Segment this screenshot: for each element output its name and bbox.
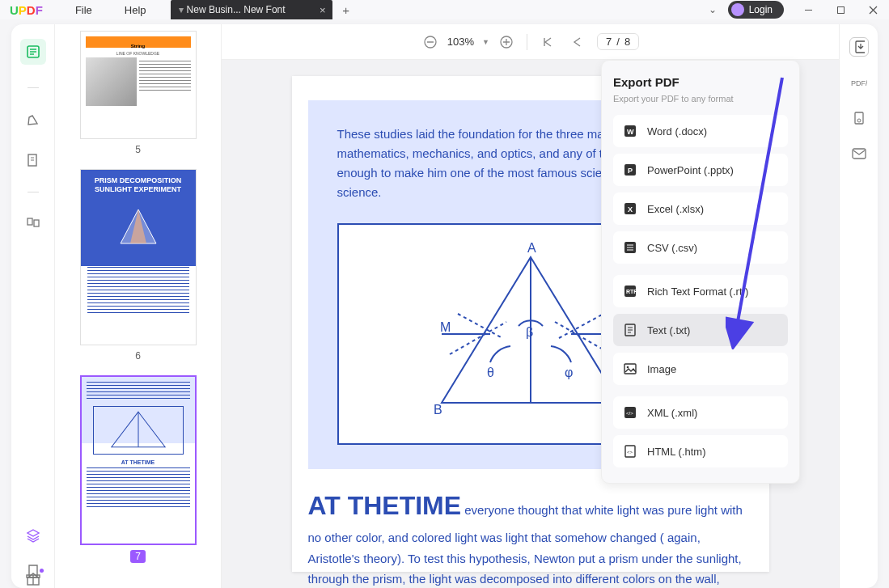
menu-file[interactable]: File [75,4,92,16]
rail-separator [28,192,39,192]
edit-tool-icon[interactable] [24,151,42,169]
thumb-number: 5 [135,144,141,155]
thumb6-title: PRISM DECOMPOSITION SUNLIGHT EXPERIMENT [87,176,189,194]
zoom-in-button[interactable] [497,33,515,51]
window-controls: ⌄ Login [697,0,889,19]
login-label: Login [749,4,773,15]
svg-rect-57 [624,364,636,374]
prev-page-button[interactable] [568,33,586,51]
svg-text:φ: φ [565,366,573,379]
svg-text:M: M [440,320,451,334]
svg-text:A: A [527,241,536,255]
thumbnail-panel: String LINE OF KNOWLEDGE 5 PRISM DECOMPO… [55,24,222,588]
export-label: Rich Text Format (.rtf) [647,286,748,298]
export-label: Image [647,363,676,375]
export-panel: Export PDF Export your PDF to any format… [601,60,800,484]
export-xml[interactable]: </> XML (.xml) [613,396,788,429]
svg-text:W: W [627,128,634,136]
page-current: 7 [606,36,612,48]
export-subtitle: Export your PDF to any format [613,94,788,104]
protect-icon[interactable] [849,108,869,128]
thumb-number: 6 [135,350,141,362]
export-label: XML (.xml) [647,407,697,419]
excel-icon: X [623,201,637,216]
tab-title: New Busin... New Font [187,4,286,15]
svg-point-67 [857,119,861,122]
thumb5-subtitle: LINE OF KNOWLEDGE [86,51,191,56]
zoom-value: 103% [447,36,474,48]
viewer-toolbar: 103% ▼ 7 / 8 [222,24,839,60]
zoom-dropdown-icon[interactable]: ▼ [482,38,489,46]
layers-icon[interactable] [24,527,42,544]
export-label: Text (.txt) [647,324,690,336]
svg-rect-12 [34,220,39,226]
export-excel[interactable]: X Excel (.xlsx) [613,192,788,225]
html-icon: <> [623,444,637,459]
tab-bar: ▾ New Busin... New Font × + [171,0,355,19]
section-heading: AT THETIME [308,491,462,520]
page-indicator[interactable]: 7 / 8 [597,33,639,50]
xml-icon: </> [623,405,637,420]
thumb-number: 7 [130,550,146,563]
export-rtf[interactable]: RTF Rich Text Format (.rtf) [613,275,788,307]
toolbar-separator [527,34,527,50]
login-button[interactable]: Login [728,1,784,19]
thumb-page-5[interactable]: String LINE OF KNOWLEDGE 5 [68,31,208,156]
rail-separator [28,87,39,88]
thumb7-heading: AT THETIME [87,459,190,465]
tab-chevron-icon: ▾ [179,4,184,15]
thumb-page-7[interactable]: AT THETIME 7 [68,375,208,563]
app-logo: UPDF [10,3,43,17]
title-bar: UPDF File Help ▾ New Busin... New Font ×… [0,0,889,19]
ppt-icon: P [623,163,637,177]
export-label: HTML (.htm) [647,446,705,458]
export-label: CSV (.csv) [647,242,697,254]
zoom-out-button[interactable] [421,33,439,51]
reader-mode-icon[interactable] [20,39,46,65]
organize-tool-icon[interactable] [24,215,42,233]
svg-line-29 [450,322,506,354]
word-icon: W [623,124,637,138]
first-page-button[interactable] [539,33,557,51]
tab-add-button[interactable]: + [337,1,355,19]
export-title: Export PDF [613,75,788,89]
export-html[interactable]: <> HTML (.htm) [613,435,788,467]
avatar-icon [731,3,744,16]
menu-help[interactable]: Help [125,4,146,16]
maximize-button[interactable] [824,0,857,19]
page-total: 8 [624,36,630,48]
recent-dropdown-icon[interactable]: ⌄ [697,4,728,15]
thumb-page-6[interactable]: PRISM DECOMPOSITION SUNLIGHT EXPERIMENT … [68,169,208,362]
svg-text:X: X [628,205,633,214]
minimize-button[interactable] [792,0,824,19]
export-word[interactable]: W Word (.docx) [613,115,788,147]
left-rail [11,24,55,588]
export-powerpoint[interactable]: P PowerPoint (.pptx) [613,154,788,186]
document-tab[interactable]: ▾ New Busin... New Font × [171,0,332,19]
svg-rect-1 [837,6,844,13]
export-image[interactable]: Image [613,353,788,385]
export-label: PowerPoint (.pptx) [647,164,734,176]
svg-text:P: P [628,167,633,175]
body-text: AT THETIME everyone thought that white l… [308,484,753,588]
pdfa-icon[interactable]: PDF/A [849,73,869,92]
mail-icon[interactable] [849,144,869,163]
right-rail: PDF/A [839,24,878,588]
svg-text:θ: θ [487,366,494,379]
export-label: Word (.docx) [647,125,707,137]
svg-rect-11 [28,218,32,225]
rtf-icon: RTF [623,284,637,298]
export-pdf-icon[interactable] [849,37,869,57]
svg-text:<>: <> [627,450,633,455]
comment-tool-icon[interactable] [24,111,42,129]
svg-text:B: B [434,403,442,417]
page-sep: / [616,36,620,48]
svg-text:β: β [526,325,533,339]
svg-text:</>: </> [626,411,633,416]
close-button[interactable] [857,0,889,19]
export-csv[interactable]: CSV (.csv) [613,231,788,264]
bookmark-icon[interactable] [24,562,42,580]
export-label: Excel (.xlsx) [647,203,704,215]
export-txt[interactable]: Text (.txt) [613,314,788,346]
tab-close-icon[interactable]: × [320,4,326,16]
